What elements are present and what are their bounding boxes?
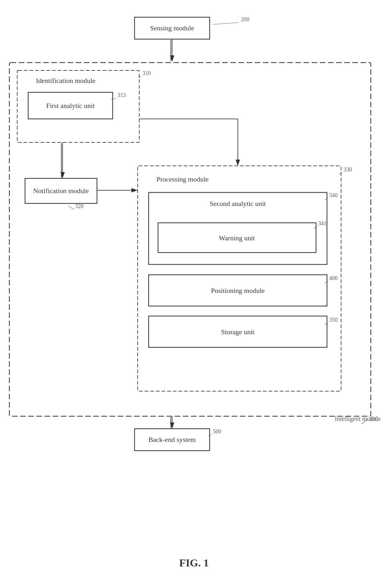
backend-system-label: Back-end system (149, 436, 196, 443)
figure-label: FIG. 1 (179, 557, 209, 569)
ref-300: 300 (369, 416, 378, 422)
sensing-module-label: Sensing module (150, 24, 194, 32)
ref-350: 350 (329, 317, 338, 323)
diagram: Sensing module 200 Intelligent module 30… (0, 0, 388, 588)
ref-320: 320 (75, 203, 84, 209)
ref-500: 500 (213, 428, 221, 435)
identification-module-label: Identification module (36, 77, 95, 84)
second-analytic-unit-label: Second analytic unit (210, 200, 266, 207)
svg-line-3 (213, 23, 238, 24)
first-analytic-unit-label: First analytic unit (46, 102, 94, 110)
positioning-module-label: Positioning module (211, 287, 265, 294)
ref-341: 341 (318, 220, 327, 227)
diagram-svg: Sensing module 200 Intelligent module 30… (0, 0, 388, 588)
processing-module-label: Processing module (156, 175, 209, 183)
ref-313: 313 (117, 92, 126, 98)
ref-340: 340 (329, 192, 338, 198)
notification-module-label: Notification module (33, 187, 89, 195)
ref-400: 400 (329, 275, 338, 281)
ref-330: 330 (344, 166, 352, 173)
warning-unit-label: Warning unit (219, 234, 255, 242)
ref-310: 310 (142, 70, 151, 76)
storage-unit-label: Storage unit (221, 328, 255, 336)
ref-200: 200 (241, 16, 249, 23)
